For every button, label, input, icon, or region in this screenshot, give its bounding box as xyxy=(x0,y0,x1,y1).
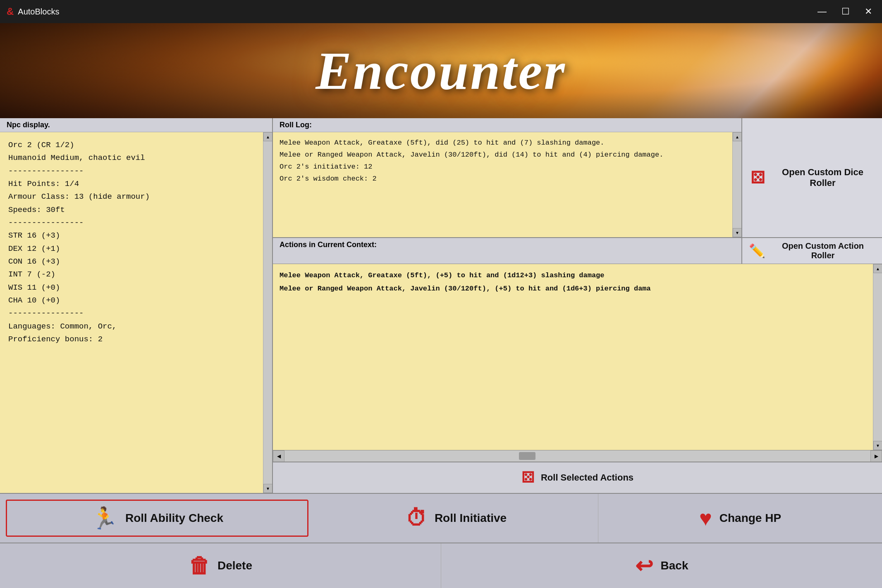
actions-label: Actions in Current Context: xyxy=(273,238,741,264)
roll-log-content: Melee Weapon Attack, Greataxe (5ft), did… xyxy=(273,132,732,237)
main-content: Npc display. Orc 2 (CR 1/2)Humanoid Medi… xyxy=(0,118,882,588)
app-icon: & xyxy=(7,6,14,17)
roll-ability-check-label: Roll Ability Check xyxy=(125,512,223,525)
close-button[interactable]: ✕ xyxy=(861,5,875,19)
app-name: AutoBlocks xyxy=(18,7,59,17)
hscroll-track[interactable] xyxy=(284,450,870,462)
maximize-button[interactable]: ☐ xyxy=(838,5,853,19)
roll-log-label: Roll Log: xyxy=(280,121,312,129)
open-custom-action-roller-button[interactable]: ✏️ Open Custom Action Roller xyxy=(741,238,882,264)
back-label: Back xyxy=(661,559,688,572)
back-button[interactable]: ↩ Back xyxy=(441,543,882,588)
trash-icon: 🗑 xyxy=(189,553,210,578)
title-bar-controls: — ☐ ✕ xyxy=(814,5,875,19)
bottom-buttons-row2: 🗑 Delete ↩ Back xyxy=(0,543,882,588)
npc-panel: Npc display. Orc 2 (CR 1/2)Humanoid Medi… xyxy=(0,118,273,493)
hscroll-left[interactable]: ◀ xyxy=(273,450,284,462)
actions-header-row: Actions in Current Context: ✏️ Open Cust… xyxy=(273,238,882,264)
right-panel: Roll Log: Melee Weapon Attack, Greataxe … xyxy=(273,118,882,493)
roll-log-scrollbar[interactable]: ▲ ▼ xyxy=(732,132,741,237)
roll-initiative-button[interactable]: ⏱ Roll Initiative xyxy=(314,494,598,543)
title-bar-left: & AutoBlocks xyxy=(7,6,59,17)
actions-section: Actions in Current Context: ✏️ Open Cust… xyxy=(273,238,882,493)
actions-scroll-down[interactable]: ▼ xyxy=(873,441,882,450)
heart-icon: ♥ xyxy=(699,506,712,531)
pencil-icon: ✏️ xyxy=(749,243,765,259)
roll-selected-label: Roll Selected Actions xyxy=(541,472,633,483)
initiative-icon: ⏱ xyxy=(406,506,427,531)
open-custom-dice-roller-button[interactable]: ⚄ Open Custom Dice Roller xyxy=(741,118,882,237)
npc-scrollbar[interactable]: ▲ ▼ xyxy=(263,132,272,493)
delete-button[interactable]: 🗑 Delete xyxy=(0,543,441,588)
actions-scrollbar[interactable]: ▲ ▼ xyxy=(873,264,882,450)
actions-content: Melee Weapon Attack, Greataxe (5ft), (+5… xyxy=(273,264,873,450)
delete-label: Delete xyxy=(218,559,252,572)
npc-scroll-down[interactable]: ▼ xyxy=(263,484,272,493)
header-banner: Encounter xyxy=(0,23,882,118)
actions-scroll-up[interactable]: ▲ xyxy=(873,264,882,273)
hscroll-thumb xyxy=(519,452,535,460)
roll-log-scroll-track[interactable] xyxy=(733,141,741,228)
roll-log-scroll-down[interactable]: ▼ xyxy=(733,228,741,237)
actions-section-label: Actions in Current Context: xyxy=(280,240,377,249)
page-title: Encounter xyxy=(316,40,566,102)
actions-scroll-track[interactable] xyxy=(873,273,882,441)
hscroll-right[interactable]: ▶ xyxy=(870,450,882,462)
back-icon: ↩ xyxy=(635,553,653,578)
npc-scroll-track[interactable] xyxy=(263,141,272,484)
roll-ability-check-button[interactable]: 🏃 Roll Ability Check xyxy=(6,500,308,537)
roll-log-section: Roll Log: Melee Weapon Attack, Greataxe … xyxy=(273,118,882,238)
roll-selected-actions-button[interactable]: ⚄ Roll Selected Actions xyxy=(273,462,882,493)
roll-initiative-label: Roll Initiative xyxy=(435,512,507,525)
roll-log-header: Roll Log: xyxy=(273,118,741,132)
npc-scroll-up[interactable]: ▲ xyxy=(263,132,272,141)
roll-selected-dice-icon: ⚄ xyxy=(521,469,534,486)
title-bar: & AutoBlocks — ☐ ✕ xyxy=(0,0,882,23)
dice-icon: ⚄ xyxy=(751,168,765,187)
custom-action-label: Open Custom Action Roller xyxy=(770,241,875,260)
minimize-button[interactable]: — xyxy=(814,5,830,19)
change-hp-button[interactable]: ♥ Change HP xyxy=(598,494,882,543)
roll-log-area: Roll Log: Melee Weapon Attack, Greataxe … xyxy=(273,118,741,237)
roll-log-scroll-up[interactable]: ▲ xyxy=(733,132,741,141)
actions-hscroll[interactable]: ◀ ▶ xyxy=(273,450,882,462)
dice-roller-label: Open Custom Dice Roller xyxy=(772,167,874,188)
npc-text-content: Orc 2 (CR 1/2)Humanoid Medium, chaotic e… xyxy=(0,132,263,493)
npc-label: Npc display. xyxy=(7,121,50,129)
change-hp-label: Change HP xyxy=(719,512,781,525)
bottom-buttons-row1: 🏃 Roll Ability Check ⏱ Roll Initiative ♥… xyxy=(0,493,882,543)
ability-check-icon: 🏃 xyxy=(91,506,118,531)
